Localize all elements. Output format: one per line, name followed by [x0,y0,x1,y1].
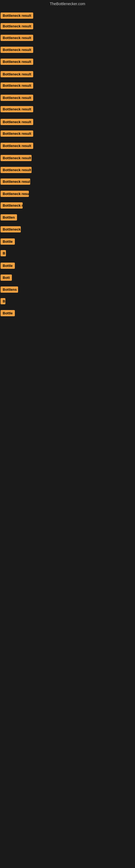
bottleneck-badge-13[interactable]: Bottleneck result [1,155,32,161]
badges-container: Bottleneck resultBottleneck resultBottle… [0,8,135,868]
bottleneck-badge-14[interactable]: Bottleneck result [1,167,32,173]
bottleneck-badge-11[interactable]: Bottleneck result [1,130,33,137]
bottleneck-badge-10[interactable]: Bottleneck result [1,119,33,125]
bottleneck-badge-23[interactable]: Bott [1,275,12,281]
bottleneck-badge-22[interactable]: Bottle [1,262,15,269]
bottleneck-badge-8[interactable]: Bottleneck result [1,95,33,101]
bottleneck-badge-7[interactable]: Bottleneck result [1,83,33,89]
bottleneck-badge-15[interactable]: Bottleneck resul [1,179,30,185]
site-title: TheBottlenecker.com [0,0,135,8]
bottleneck-badge-6[interactable]: Bottleneck result [1,71,33,77]
bottleneck-badge-24[interactable]: Bottlens [1,286,18,293]
bottleneck-badge-5[interactable]: Bottleneck result [1,59,33,65]
bottleneck-badge-3[interactable]: Bottleneck result [1,35,33,41]
bottleneck-badge-21[interactable]: B [1,250,6,256]
bottleneck-badge-20[interactable]: Bottle [1,239,15,245]
page-wrapper: TheBottlenecker.com Bottleneck resultBot… [0,0,135,868]
bottleneck-badge-18[interactable]: Bottlen [1,214,17,220]
bottleneck-badge-25[interactable]: B [1,298,5,304]
bottleneck-badge-4[interactable]: Bottleneck result [1,46,33,53]
bottleneck-badge-19[interactable]: Bottleneck [1,226,21,232]
bottleneck-badge-12[interactable]: Bottleneck result [1,143,33,149]
bottleneck-badge-1[interactable]: Bottleneck result [1,12,33,19]
bottleneck-badge-17[interactable]: Bottleneck r [1,203,23,209]
bottleneck-badge-9[interactable]: Bottleneck result [1,106,33,112]
bottleneck-badge-2[interactable]: Bottleneck result [1,23,33,29]
bottleneck-badge-26[interactable]: Bottle [1,310,15,316]
bottleneck-badge-16[interactable]: Bottleneck resu [1,191,29,197]
